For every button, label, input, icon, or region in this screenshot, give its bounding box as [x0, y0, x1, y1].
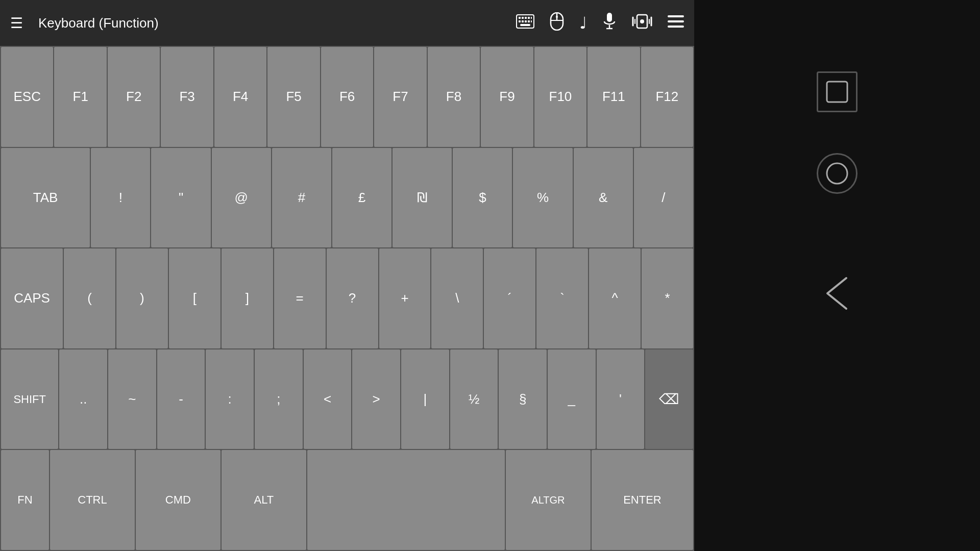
key-row-3: CAPS ( ) [ ] = ? + \ ´ ` ^ *: [1, 248, 693, 348]
svg-rect-8: [525, 20, 527, 22]
key-f12[interactable]: F12: [641, 47, 693, 147]
key-cmd[interactable]: CMD: [136, 450, 220, 550]
key-backspace[interactable]: ⌫: [645, 349, 693, 449]
svg-point-23: [640, 19, 644, 23]
key-colon[interactable]: :: [206, 349, 254, 449]
key-f11[interactable]: F11: [587, 47, 640, 147]
key-underscore[interactable]: _: [548, 349, 596, 449]
key-caps[interactable]: CAPS: [1, 248, 63, 348]
key-minus[interactable]: -: [157, 349, 205, 449]
lines-icon[interactable]: [668, 14, 684, 32]
key-shekel[interactable]: ₪: [393, 148, 452, 248]
svg-rect-5: [531, 17, 532, 19]
header-title: Keyboard (Function): [38, 15, 506, 31]
key-alt[interactable]: ALT: [222, 450, 306, 550]
key-f2[interactable]: F2: [108, 47, 160, 147]
key-quote[interactable]: ": [151, 148, 210, 248]
key-lparen[interactable]: (: [64, 248, 115, 348]
key-row-2: TAB ! " @ # £ ₪ $ % & /: [1, 148, 693, 248]
mic-icon[interactable]: [602, 12, 617, 34]
key-equals[interactable]: =: [274, 248, 326, 348]
key-f9[interactable]: F9: [481, 47, 533, 147]
key-section[interactable]: §: [499, 349, 547, 449]
key-caret[interactable]: ^: [589, 248, 641, 348]
key-f5[interactable]: F5: [267, 47, 320, 147]
header-icons: ♩: [516, 12, 684, 34]
key-less[interactable]: <: [304, 349, 352, 449]
key-f7[interactable]: F7: [374, 47, 426, 147]
svg-rect-7: [522, 20, 524, 22]
key-exclaim[interactable]: !: [91, 148, 150, 248]
svg-rect-25: [668, 20, 684, 22]
key-acute[interactable]: ´: [484, 248, 535, 348]
key-backslash[interactable]: \: [431, 248, 483, 348]
key-space[interactable]: [307, 450, 505, 550]
key-plus[interactable]: +: [379, 248, 431, 348]
circle-button[interactable]: [817, 153, 857, 194]
key-rbracket[interactable]: ]: [222, 248, 273, 348]
key-tilde[interactable]: ~: [108, 349, 156, 449]
key-row-1: ESC F1 F2 F3 F4 F5 F6 F7 F8 F9 F10 F11 F…: [1, 47, 693, 147]
key-pipe[interactable]: |: [401, 349, 449, 449]
key-at[interactable]: @: [212, 148, 271, 248]
svg-rect-2: [522, 17, 524, 19]
svg-rect-3: [525, 17, 527, 19]
keyboard-area: ☰ Keyboard (Function): [0, 0, 694, 551]
key-altgr[interactable]: ALTGR: [506, 450, 591, 550]
keyboard-grid: ESC F1 F2 F3 F4 F5 F6 F7 F8 F9 F10 F11 F…: [0, 46, 694, 551]
key-ampersand[interactable]: &: [574, 148, 633, 248]
menu-icon[interactable]: ☰: [10, 15, 23, 32]
svg-rect-6: [519, 20, 521, 22]
right-panel: [694, 0, 980, 551]
key-grave[interactable]: `: [536, 248, 588, 348]
key-esc[interactable]: ESC: [1, 47, 53, 147]
key-fn[interactable]: FN: [1, 450, 49, 550]
svg-rect-26: [668, 26, 684, 28]
key-f10[interactable]: F10: [534, 47, 586, 147]
key-question[interactable]: ?: [327, 248, 378, 348]
key-apos[interactable]: ': [597, 349, 645, 449]
key-f1[interactable]: F1: [54, 47, 106, 147]
key-row-5: FN CTRL CMD ALT ALTGR ENTER: [1, 450, 693, 550]
key-f3[interactable]: F3: [161, 47, 213, 147]
key-half[interactable]: ½: [450, 349, 498, 449]
keyboard-icon[interactable]: [516, 14, 534, 32]
key-ctrl[interactable]: CTRL: [50, 450, 135, 550]
key-dollar[interactable]: $: [453, 148, 512, 248]
back-button[interactable]: [823, 276, 851, 313]
svg-rect-4: [528, 17, 530, 19]
vibrate-icon[interactable]: [632, 12, 652, 34]
square-button[interactable]: [817, 71, 857, 112]
svg-rect-24: [668, 15, 684, 17]
key-lbracket[interactable]: [: [169, 248, 220, 348]
key-shift[interactable]: SHIFT: [1, 349, 58, 449]
key-tab[interactable]: TAB: [1, 148, 90, 248]
key-percent[interactable]: %: [513, 148, 572, 248]
svg-point-28: [827, 163, 847, 184]
key-slash[interactable]: /: [634, 148, 693, 248]
key-f4[interactable]: F4: [214, 47, 266, 147]
key-f6[interactable]: F6: [321, 47, 373, 147]
svg-rect-27: [827, 82, 847, 102]
svg-rect-1: [519, 17, 521, 19]
key-greater[interactable]: >: [352, 349, 400, 449]
svg-rect-9: [528, 20, 530, 22]
key-rparen[interactable]: ): [116, 248, 168, 348]
key-semicolon[interactable]: ;: [255, 349, 303, 449]
key-f8[interactable]: F8: [428, 47, 480, 147]
svg-point-14: [556, 16, 558, 18]
mouse-icon[interactable]: [550, 12, 564, 34]
key-row-4: SHIFT .. ~ - : ; < > | ½ § _ ' ⌫: [1, 349, 693, 449]
key-pound[interactable]: £: [332, 148, 391, 248]
key-dotdot[interactable]: ..: [59, 349, 107, 449]
key-hash[interactable]: #: [272, 148, 331, 248]
svg-rect-11: [520, 24, 530, 26]
header: ☰ Keyboard (Function): [0, 0, 694, 46]
svg-rect-10: [531, 20, 532, 22]
key-enter[interactable]: ENTER: [592, 450, 693, 550]
key-asterisk[interactable]: *: [642, 248, 693, 348]
music-icon[interactable]: ♩: [579, 13, 587, 33]
svg-rect-15: [607, 13, 612, 22]
